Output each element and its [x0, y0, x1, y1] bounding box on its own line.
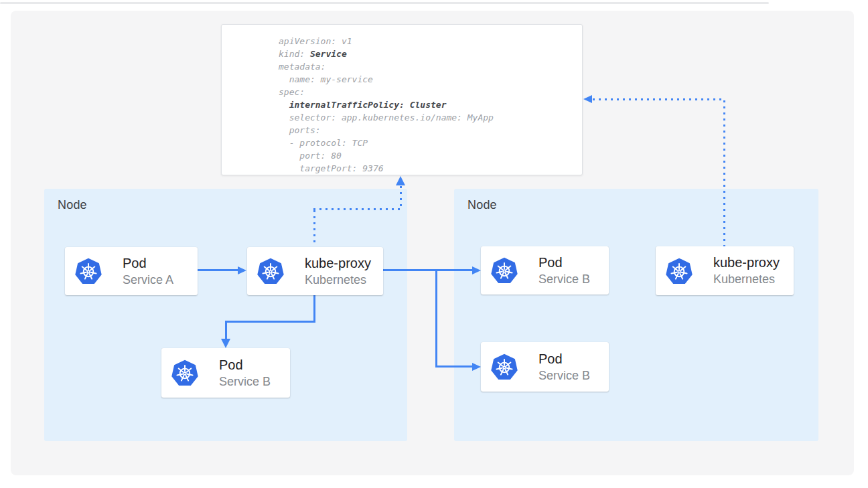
dotted-kube-proxy-right-across-segment [593, 98, 725, 100]
page-top-divider [0, 2, 769, 4]
card-subtitle: Service B [219, 374, 271, 390]
pod-service-b-top-right-card: Pod Service B [481, 246, 609, 295]
yaml-line: spec: [279, 86, 575, 98]
yaml-line: - protocol: TCP [279, 137, 575, 149]
connector-kube-proxy-to-pod-b-top-right [383, 269, 472, 271]
connector-kube-proxy-down-segment [313, 295, 315, 322]
kubernetes-icon [74, 256, 103, 286]
connector-branch-down-segment [435, 269, 437, 368]
yaml-line: ports: [279, 124, 575, 137]
card-subtitle: Service A [123, 272, 173, 288]
card-subtitle: Kubernetes [305, 272, 371, 288]
arrowhead-into-pod-b-top-right-icon [472, 266, 481, 274]
node-left-label: Node [58, 198, 87, 212]
kubernetes-internal-traffic-policy-diagram: Node Node apiVersion: v1 kind: Service m… [0, 0, 868, 488]
yaml-line: kind: Service [279, 48, 575, 60]
yaml-line: selector: app.kubernetes.io/name: MyApp [279, 111, 575, 124]
dotted-kube-proxy-left-up-segment [313, 210, 315, 246]
kube-proxy-left-card: kube-proxy Kubernetes [247, 247, 383, 295]
kubernetes-icon [170, 358, 200, 388]
kubernetes-icon [490, 256, 519, 285]
card-subtitle: Service B [538, 368, 590, 384]
kube-proxy-right-card: kube-proxy Kubernetes [656, 246, 794, 295]
connector-pod-a-to-kube-proxy [198, 269, 238, 271]
connector-kube-proxy-left-segment [225, 321, 315, 323]
yaml-line: internalTrafficPolicy: Cluster [279, 98, 575, 111]
kubernetes-icon [256, 256, 285, 286]
card-title: kube-proxy [713, 254, 780, 271]
arrowhead-into-yaml-bottom-icon [396, 176, 405, 185]
card-title: Pod [538, 351, 590, 368]
pod-service-a-card: Pod Service A [65, 247, 198, 295]
yaml-line: port: 80 [279, 149, 575, 162]
yaml-line: name: my-service [279, 73, 575, 86]
connector-branch-to-pod-b-bottom-right [435, 365, 472, 368]
card-subtitle: Kubernetes [713, 272, 780, 287]
connector-into-pod-b-left-segment [225, 321, 227, 339]
card-title: kube-proxy [305, 255, 371, 272]
arrowhead-into-kube-proxy-icon [238, 266, 246, 274]
yaml-line: targetPort: 9376 [279, 162, 575, 175]
service-yaml-panel: apiVersion: v1 kind: Service metadata: n… [221, 24, 583, 175]
pod-service-b-left-card: Pod Service B [161, 348, 290, 398]
yaml-line: apiVersion: v1 [279, 35, 575, 48]
kubernetes-icon [664, 256, 694, 286]
arrowhead-into-pod-b-bottom-right-icon [472, 363, 481, 371]
pod-service-b-bottom-right-card: Pod Service B [481, 342, 609, 392]
dotted-kube-proxy-right-up-segment [723, 100, 725, 246]
card-title: Pod [123, 255, 173, 272]
dotted-kube-proxy-left-to-yaml-segment [400, 186, 402, 208]
node-right-label: Node [467, 198, 497, 212]
node-right-container: Node [454, 189, 818, 441]
node-left-container: Node [44, 189, 407, 441]
arrowhead-into-pod-b-left-icon [221, 339, 230, 348]
kubernetes-icon [490, 352, 519, 382]
dotted-kube-proxy-left-across-segment [313, 208, 403, 210]
yaml-line: metadata: [279, 60, 575, 73]
card-title: Pod [538, 254, 590, 271]
card-title: Pod [219, 357, 271, 374]
card-subtitle: Service B [538, 272, 590, 287]
arrowhead-into-yaml-right-icon [583, 95, 592, 103]
